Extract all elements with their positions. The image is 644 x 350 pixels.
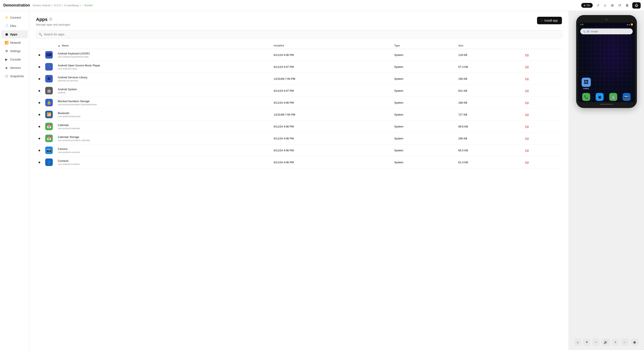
row-name: Android System android xyxy=(55,85,271,97)
sidebar-item-files[interactable]: 📄 Files xyxy=(1,22,28,30)
row-name: Android Open Source Music Player com.and… xyxy=(55,61,271,73)
row-kill[interactable]: Kill xyxy=(522,73,562,85)
search-icon: 🔍 xyxy=(38,33,42,36)
phone-dock-camera[interactable]: 📷 xyxy=(623,93,630,101)
help-icon[interactable]: ⓘ xyxy=(49,18,52,21)
kill-button[interactable]: Kill xyxy=(525,77,529,80)
row-dot xyxy=(36,73,43,85)
col-size-header: Size xyxy=(456,42,522,49)
row-installed: 6/11/24 4:06 PM xyxy=(271,97,392,109)
row-icon: 📷 xyxy=(43,144,55,156)
table-row: 📅 Calendar com.android.calendar 6/11/24 … xyxy=(36,120,562,132)
phone-search-text: Google xyxy=(590,30,598,33)
kill-button[interactable]: Kill xyxy=(525,149,529,152)
row-kill[interactable]: Kill xyxy=(522,61,562,73)
row-kill[interactable]: Kill xyxy=(522,120,562,132)
row-size: 65.5 KB xyxy=(456,144,522,156)
connect-icon: ⚡ xyxy=(4,16,8,20)
row-icon: 🎵 xyxy=(43,61,55,73)
row-dot xyxy=(36,132,43,144)
col-icon xyxy=(43,42,55,49)
sidebar-item-sensors[interactable]: ◈ Sensors xyxy=(1,64,28,72)
kill-button[interactable]: Kill xyxy=(525,137,529,140)
apps-icon: ◉ xyxy=(4,32,8,36)
row-installed: 12/31/69 7:00 PM xyxy=(271,109,392,120)
table-header-row: ▲ Name Installed Type Size xyxy=(36,42,562,49)
phone-gallery-app[interactable]: 🖼 Gallery xyxy=(582,78,591,90)
kill-button[interactable]: Kill xyxy=(525,101,529,104)
kill-button[interactable]: Kill xyxy=(525,54,529,56)
row-icon: 📶 xyxy=(43,109,55,120)
sidebar-item-console[interactable]: ▶ Console xyxy=(1,56,28,64)
sidebar-item-settings[interactable]: ⚙ Settings xyxy=(1,47,28,55)
phone-screen[interactable]: 3:09 ▲▲ 📶 🔍 G Google 🖼 Gallery 📞 ▣ xyxy=(578,22,635,102)
badge-button[interactable]: ◇ xyxy=(602,2,608,8)
row-size: 69.6 KB xyxy=(456,120,522,132)
row-kill[interactable]: Kill xyxy=(522,85,562,97)
row-name: Bluetooth com.android.bluetooth xyxy=(55,109,271,120)
row-name: Blocked Numbers Storage com.android.prov… xyxy=(55,97,271,109)
phone-dock-phone[interactable]: 📞 xyxy=(582,93,590,101)
phone-dock-android[interactable]: 🤖 xyxy=(609,93,617,101)
sidebar-label-sensors: Sensors xyxy=(10,66,21,70)
power-button[interactable]: ⏻ xyxy=(632,2,641,8)
page-header: Apps ⓘ Manage apps and packages ↑ Instal… xyxy=(36,17,562,26)
row-size: 61.4 KB xyxy=(456,156,522,168)
phone-search-bar[interactable]: 🔍 G Google xyxy=(580,28,633,34)
sidebar-label-console: Console xyxy=(10,58,21,61)
search-input[interactable] xyxy=(36,30,562,38)
col-dot xyxy=(36,42,43,49)
external-link-button[interactable]: ↗ xyxy=(595,2,600,8)
row-icon: 📅 xyxy=(43,120,55,132)
row-kill[interactable]: Kill xyxy=(522,132,562,144)
row-kill[interactable]: Kill xyxy=(522,97,562,109)
kill-button[interactable]: Kill xyxy=(525,161,529,164)
columns-button[interactable]: ⊞ xyxy=(610,2,615,8)
row-name: Calendar com.android.calendar xyxy=(55,120,271,132)
row-installed: 6/11/24 4:06 PM xyxy=(271,132,392,144)
row-installed: 6/11/24 4:06 PM xyxy=(271,144,392,156)
row-size: 246 KB xyxy=(456,132,522,144)
sidebar-item-apps[interactable]: ◉ Apps xyxy=(1,30,28,38)
phone-dock-install[interactable]: ▣ xyxy=(596,93,604,101)
sidebar-item-snapshots[interactable]: ⬡ Snapshots xyxy=(1,72,28,80)
screenshot-button[interactable]: ✦ xyxy=(583,338,590,346)
volume-button[interactable]: 🔊 xyxy=(601,338,610,346)
row-kill[interactable]: Kill xyxy=(522,144,562,156)
home-button[interactable]: ⌂ xyxy=(574,338,582,346)
row-type: System xyxy=(392,132,456,144)
table-row: 🔒 Blocked Numbers Storage com.android.pr… xyxy=(36,97,562,109)
row-kill[interactable]: Kill xyxy=(522,109,562,120)
sidebar-item-network[interactable]: 📶 Network xyxy=(1,39,28,47)
row-dot xyxy=(36,109,43,120)
kill-button[interactable]: Kill xyxy=(525,125,529,128)
search-bar: 🔍 xyxy=(36,30,562,38)
phone-time: 3:09 xyxy=(580,24,584,26)
row-type: System xyxy=(392,85,456,97)
sidebar-label-snapshots: Snapshots xyxy=(10,74,24,78)
phone-grid xyxy=(578,22,635,102)
row-icon: 👤 xyxy=(43,156,55,168)
delete-button[interactable]: 🗑 xyxy=(624,2,630,8)
phone-top-bar xyxy=(578,18,635,21)
col-name-header[interactable]: ▲ Name xyxy=(55,42,271,49)
row-installed: 6/11/24 4:06 PM xyxy=(271,49,392,61)
install-app-button[interactable]: ↑ Install app xyxy=(537,17,562,24)
kill-button[interactable]: Kill xyxy=(525,65,529,68)
refresh-button[interactable]: ↺ xyxy=(617,2,622,8)
table-row: ⌨ Android Keyboard (AOSP) com.android.in… xyxy=(36,49,562,61)
phone-bottom-dock: 📞 ▣ 🤖 📷 xyxy=(580,93,634,101)
fingerprint-button[interactable]: ◉ xyxy=(630,338,638,346)
main-layout: ⚡ Connect 📄 Files ◉ Apps 📶 Network ⚙ Set… xyxy=(0,11,644,350)
row-kill[interactable]: Kill xyxy=(522,156,562,168)
sidebar: ⚡ Connect 📄 Files ◉ Apps 📶 Network ⚙ Set… xyxy=(0,11,29,350)
volume-up-button[interactable]: + xyxy=(612,338,619,346)
table-row: 📷 Camera com.android.camera2 6/11/24 4:0… xyxy=(36,144,562,156)
row-kill[interactable]: Kill xyxy=(522,49,562,61)
apps-table: ▲ Name Installed Type Size ⌨ An xyxy=(36,42,562,168)
volume-down-button[interactable]: − xyxy=(592,338,599,346)
back-button[interactable]: ← xyxy=(620,338,629,346)
kill-button[interactable]: Kill xyxy=(525,89,529,92)
kill-button[interactable]: Kill xyxy=(525,113,529,116)
sidebar-item-connect[interactable]: ⚡ Connect xyxy=(1,14,28,22)
